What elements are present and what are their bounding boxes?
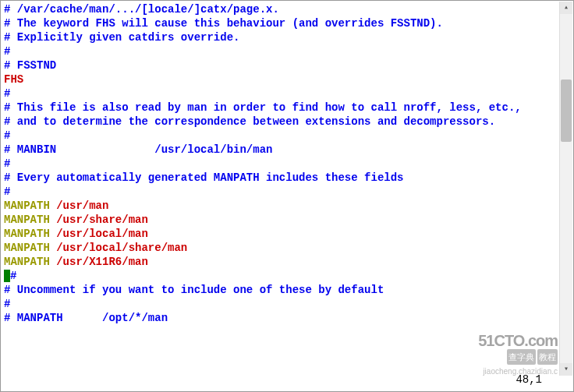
code-segment: FHS: [4, 73, 23, 86]
code-line: # FSSTND: [4, 58, 570, 72]
code-line: #: [4, 157, 570, 171]
code-segment: MANPATH: [4, 242, 50, 254]
code-segment: # FSSTND: [4, 59, 56, 72]
watermark-label-2: 教程: [537, 349, 558, 365]
code-segment: #: [4, 45, 10, 58]
cursor: [4, 270, 10, 282]
code-line: #: [4, 269, 570, 283]
code-line: # MANBIN /usr/local/bin/man: [4, 143, 570, 157]
code-segment: # Uncomment if you want to include one o…: [4, 284, 384, 296]
code-segment: /usr/man: [50, 200, 109, 212]
code-line: MANPATH /usr/X11R6/man: [4, 255, 570, 269]
code-line: #: [4, 87, 570, 101]
code-line: # Uncomment if you want to include one o…: [4, 283, 570, 297]
scrollbar[interactable]: ▴ ▾: [559, 2, 572, 376]
code-segment: # Every automatically generated MANPATH …: [4, 171, 403, 184]
code-segment: # and to determine the correspondence be…: [4, 115, 495, 128]
code-segment: /usr/local/share/man: [50, 242, 187, 254]
code-segment: /usr/share/man: [50, 214, 148, 226]
code-line: MANPATH /usr/man: [4, 199, 570, 213]
code-line: #: [4, 44, 570, 58]
code-line: FHS: [4, 72, 570, 87]
code-segment: #: [4, 298, 10, 310]
code-line: #: [4, 129, 570, 143]
code-segment: # Explicitly given catdirs override.: [4, 31, 239, 44]
status-position: 48,1: [516, 373, 542, 387]
code-line: # /var/cache/man/.../[locale/]catx/page.…: [4, 2, 570, 16]
code-line: #: [4, 297, 570, 311]
scroll-up-button[interactable]: ▴: [560, 2, 572, 14]
code-segment: #: [4, 185, 10, 198]
watermark-brand: 51CTO.com: [478, 334, 558, 348]
code-segment: MANPATH: [4, 256, 50, 268]
code-segment: # MANPATH /opt/*/man: [4, 312, 168, 324]
code-segment: #: [10, 270, 16, 282]
editor-view[interactable]: # /var/cache/man/.../[locale/]catx/page.…: [1, 1, 573, 327]
code-line: MANPATH /usr/share/man: [4, 213, 570, 227]
code-line: # and to determine the correspondence be…: [4, 115, 570, 129]
code-line: # The keyword FHS will cause this behavi…: [4, 16, 570, 30]
code-segment: MANPATH: [4, 200, 50, 212]
code-line: # Explicitly given catdirs override.: [4, 30, 570, 44]
code-line: #: [4, 185, 570, 199]
code-segment: #: [4, 157, 10, 170]
code-segment: # This file is also read by man in order…: [4, 101, 522, 114]
scroll-thumb[interactable]: [561, 79, 572, 142]
code-segment: # MANBIN /usr/local/bin/man: [4, 143, 272, 156]
code-segment: #: [4, 87, 10, 100]
code-segment: #: [4, 129, 10, 142]
code-segment: # The keyword FHS will cause this behavi…: [4, 17, 443, 30]
watermark-label-1: 查字典: [507, 349, 536, 365]
code-line: # MANPATH /opt/*/man: [4, 311, 570, 325]
code-segment: MANPATH: [4, 228, 50, 240]
code-segment: /usr/local/man: [50, 228, 148, 240]
code-line: # Every automatically generated MANPATH …: [4, 171, 570, 185]
code-line: MANPATH /usr/local/share/man: [4, 241, 570, 255]
scroll-down-button[interactable]: ▾: [560, 363, 572, 376]
code-line: # This file is also read by man in order…: [4, 101, 570, 115]
code-segment: # /var/cache/man/.../[locale/]catx/page.…: [4, 3, 279, 16]
code-segment: MANPATH: [4, 214, 50, 226]
code-segment: /usr/X11R6/man: [50, 256, 148, 268]
code-line: MANPATH /usr/local/man: [4, 227, 570, 241]
